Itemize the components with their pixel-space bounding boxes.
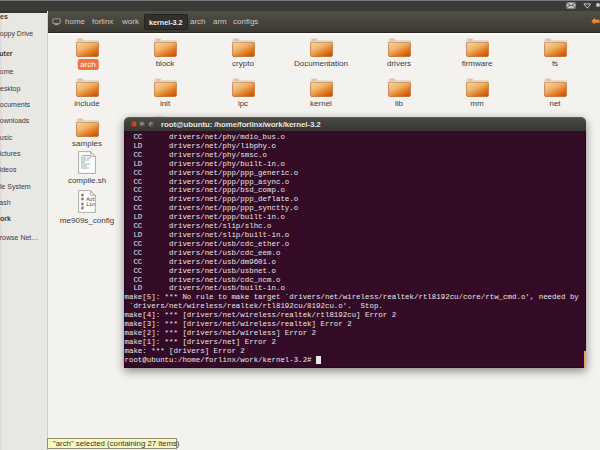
svg-text:#: # [81,206,84,211]
